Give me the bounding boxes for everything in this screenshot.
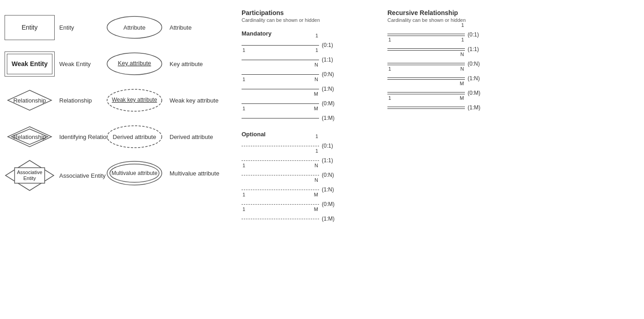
entity-row: Entity Entity [5, 9, 96, 46]
participation-mandatory-01: 1 (0:1) [242, 39, 369, 51]
weak-entity-row: Weak Entity Weak Entity [5, 46, 96, 82]
recursive-title: Recursive Relationship [387, 9, 497, 16]
relationship-row: Relationship Relationship [5, 82, 96, 118]
relationship-text-label: Relationship [59, 97, 96, 104]
attribute-row: Attribute Attribute [105, 9, 228, 46]
participation-optional-1n: N (1:N) [242, 183, 369, 196]
recursive-01: 1 (0:1) [387, 28, 497, 41]
optional-section-title: Optional [242, 131, 369, 138]
svg-text:Key attribute: Key attribute [118, 60, 151, 67]
svg-text:Attribute: Attribute [124, 24, 145, 31]
participation-mandatory-1n: 1 N (1:N) [242, 82, 369, 95]
participation-mandatory-0m: M (0:M) [242, 97, 369, 110]
multivalue-attribute-shape[interactable]: Multivalue attribute [105, 161, 164, 186]
participation-optional-0m: 1 M (0:M) [242, 198, 369, 211]
multivalue-attribute-text-label: Multivalue attribute [170, 170, 219, 177]
line-area-o0n: 1 N [242, 169, 319, 181]
attribute-text-label: Attribute [170, 24, 215, 31]
key-attribute-row: Key attribute Key attribute [105, 46, 228, 82]
participations-panel: Participations Cardinality can be shown … [228, 9, 369, 227]
recursive-line-1m: 1 M [387, 101, 465, 114]
associative-entity-shape[interactable]: AssociativeEntity [5, 160, 55, 191]
recursive-line-01: 1 [387, 28, 465, 41]
weak-key-attribute-text-label: Weak key attribute [170, 97, 218, 104]
recursive-line-0m: M [387, 87, 465, 99]
participations-title: Participations [242, 9, 369, 16]
identifying-relationship-row: Relationship Identifying Relationship [5, 118, 96, 155]
identifying-relationship-shape[interactable]: Relationship [5, 124, 55, 149]
weak-key-attribute-shape[interactable]: Weak key attribute [105, 88, 164, 113]
attributes-panel: Attribute Attribute Key attribute Key at… [96, 9, 228, 227]
recursive-0m: M (0:M) [387, 87, 497, 99]
recursive-1m: 1 M (1:M) [387, 101, 497, 114]
entity-text-label: Entity [59, 24, 96, 31]
recursive-subtitle: Cardinality can be shown or hidden [387, 17, 497, 23]
line-area-o11: 1 [242, 154, 319, 167]
mandatory-section-title: Mandatory [242, 30, 369, 37]
associative-entity-row: AssociativeEntity Associative Entity [5, 155, 96, 196]
shapes-panel: Entity Entity Weak Entity Weak Entity Re… [5, 9, 96, 227]
identifying-relationship-text-label: Identifying Relationship [59, 134, 96, 140]
participation-optional-01: 1 (0:1) [242, 139, 369, 152]
line-area-o1n: N [242, 183, 319, 196]
relationship-shape[interactable]: Relationship [5, 88, 55, 113]
associative-entity-shape-label: AssociativeEntity [17, 170, 42, 181]
line-area-m11: 1 1 [242, 53, 319, 66]
attribute-shape[interactable]: Attribute [105, 15, 164, 40]
line-area-o0m: 1 M [242, 198, 319, 211]
recursive-0n: N (0:N) [387, 57, 497, 70]
participation-mandatory-1m: 1 M (1:M) [242, 112, 369, 124]
svg-text:Weak key attribute: Weak key attribute [112, 97, 157, 103]
participation-mandatory-0n: N (0:N) [242, 68, 369, 81]
line-area-m1m: 1 M [242, 112, 319, 124]
recursive-11: 1 1 (1:1) [387, 43, 497, 56]
identifying-relationship-shape-label: Relationship [13, 134, 46, 140]
recursive-1n: 1 N (1:N) [387, 72, 497, 85]
relationship-shape-label: Relationship [13, 97, 46, 104]
line-area-o01: 1 [242, 139, 319, 152]
weak-key-attribute-row: Weak key attribute Weak key attribute [105, 82, 228, 118]
participation-optional-0n: 1 N (0:N) [242, 169, 369, 181]
line-area-m1n: 1 N [242, 82, 319, 95]
key-attribute-text-label: Key attribute [170, 61, 215, 67]
recursive-panel: Recursive Relationship Cardinality can b… [369, 9, 497, 227]
weak-entity-shape[interactable]: Weak Entity [5, 51, 55, 77]
entity-shape[interactable]: Entity [5, 15, 55, 40]
entity-shape-label: Entity [21, 24, 37, 31]
associative-entity-text-label: Associative Entity [59, 172, 96, 179]
multivalue-attribute-row: Multivalue attribute Multivalue attribut… [105, 155, 228, 191]
participation-optional-1m: 1 M (1:M) [242, 212, 369, 225]
weak-entity-shape-label: Weak Entity [11, 60, 47, 67]
line-area-o1m: 1 M [242, 212, 319, 225]
participation-mandatory-11: 1 1 (1:1) [242, 53, 369, 66]
svg-text:Derived attribute: Derived attribute [113, 134, 156, 140]
key-attribute-shape[interactable]: Key attribute [105, 51, 164, 77]
derived-attribute-row: Derived attribute Derived attribute [105, 118, 228, 155]
participations-subtitle: Cardinality can be shown or hidden [242, 17, 369, 23]
derived-attribute-text-label: Derived attribute [170, 134, 215, 140]
line-area-m0m: M [242, 97, 319, 110]
participation-optional-11: 1 (1:1) [242, 154, 369, 167]
weak-entity-text-label: Weak Entity [59, 61, 96, 67]
derived-attribute-shape[interactable]: Derived attribute [105, 124, 164, 149]
svg-text:Multivalue attribute: Multivalue attribute [112, 170, 158, 176]
recursive-line-1n: 1 N [387, 72, 465, 85]
recursive-line-11: 1 1 [387, 43, 465, 56]
line-area-m01: 1 [242, 39, 319, 51]
recursive-line-0n: N [387, 57, 465, 70]
line-area-m0n: N [242, 68, 319, 81]
